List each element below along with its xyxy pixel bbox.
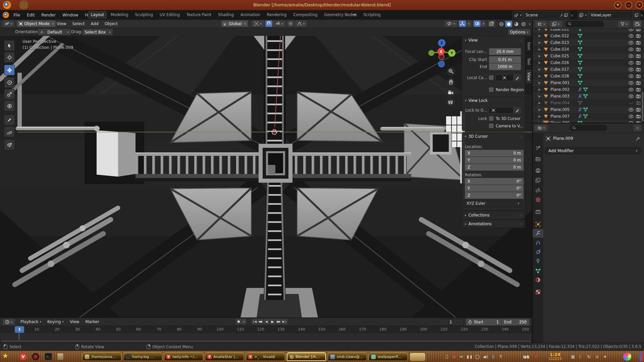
clock[interactable]: 1:24 11/2/23 [543,352,568,361]
prev-keyframe-button[interactable]: ◀◆ [258,319,263,324]
disable-render-icon[interactable] [636,81,641,85]
menu-item[interactable]: Render [38,10,59,20]
hide-viewport-icon[interactable] [629,34,634,38]
outliner-row[interactable]: ▶ Cube.028 [533,73,644,79]
npanel-annotations-section[interactable]: ▸ Annotations:::: [462,220,525,228]
expand-icon[interactable]: ▶ [538,88,543,91]
menu-item[interactable]: Window [59,10,82,20]
keying-dropdown[interactable]: ▾ [242,319,246,324]
tool-annotate[interactable] [4,115,15,125]
menu-item[interactable]: Edit [23,10,38,20]
object-name[interactable]: Cube.028 [550,74,578,78]
grid-tray-icon[interactable]: ▦ [570,351,576,362]
next-keyframe-button[interactable]: ◆▶ [276,319,281,324]
clip-start-field[interactable]: 0.01 m [489,56,521,63]
outliner-row[interactable]: ▶ Plane.007 [533,113,644,120]
shading-material-button[interactable] [513,21,520,27]
disable-render-icon[interactable] [636,41,641,45]
pin-icon[interactable] [636,137,640,141]
disable-render-icon[interactable] [636,87,641,92]
tool-move[interactable] [4,65,15,75]
viewport-menu-item[interactable]: View [54,21,69,26]
scene-selector[interactable]: Scene [523,11,566,19]
app-launcher-star-icon[interactable]: ★ [2,352,9,360]
pause-tray-icon[interactable]: ❚❚ [466,351,473,362]
workspace-tab[interactable]: Sculpting [132,11,156,19]
new-scene-button[interactable] [562,11,570,19]
shading-solid-button[interactable] [505,21,512,27]
shading-dropdown[interactable]: ▾ [527,21,532,27]
properties-editor-type-dropdown[interactable]: ▾ [535,125,547,131]
properties-tab-world[interactable] [533,195,543,204]
scissors-tray-icon[interactable]: ✂ [458,351,465,362]
render-region-checkbox[interactable] [489,87,493,92]
volume-tray-icon[interactable]: ◀)) [482,351,490,362]
close-window-button[interactable]: ✕ [636,1,643,9]
outliner-row[interactable]: ▶ Plane.002 [533,86,644,93]
properties-tab-constraints[interactable] [533,257,543,265]
properties-tab-output[interactable] [533,166,543,175]
properties-tab-render[interactable] [533,155,543,164]
object-name[interactable]: Plane.007 [550,114,578,119]
edge-applet-icon[interactable] [639,352,643,361]
hide-viewport-icon[interactable] [629,81,634,85]
local-camera-object-field[interactable] [495,74,514,81]
cursor-rotation-field[interactable]: X0° [465,178,524,185]
proportional-falloff-dropdown[interactable]: ▾ [295,20,307,27]
hide-viewport-icon[interactable] [629,95,634,98]
keyboard-layout-indicator[interactable]: us [521,351,532,362]
editor-divider-horizontal[interactable] [533,123,644,123]
expand-icon[interactable]: ▶ [538,54,543,58]
timeline-scrollbar[interactable] [1,340,531,342]
npanel-tab[interactable]: Tool [526,54,532,69]
cursor-rotation-field[interactable]: Z0° [465,192,524,199]
object-name[interactable]: Cube.023 [550,40,578,45]
snap-toggle[interactable] [265,20,272,27]
viewlayer-type-icon[interactable]: ▾ [578,11,588,19]
visibility-dropdown[interactable]: ▾ [445,20,458,27]
outliner-row[interactable]: ▶ Cube.024 [533,46,644,53]
properties-tab-object[interactable] [533,220,543,229]
expand-icon[interactable]: ▶ [538,41,543,44]
vivaldi-launcher-icon[interactable]: V [19,353,27,360]
jump-to-end-button[interactable]: ▶❘ [282,319,287,324]
properties-tab-physics[interactable] [533,247,543,256]
properties-tab-modifiers[interactable] [533,229,543,238]
disable-render-icon[interactable] [636,94,641,98]
taskbar-window-button[interactable]: smb://awv@... [328,352,367,361]
play-button[interactable]: ▶ [270,319,275,324]
outliner-row[interactable]: ▶ Cube.022 [533,33,644,39]
tool-add-primitive[interactable] [4,139,15,150]
properties-options-dropdown[interactable]: ▾ [634,125,641,131]
expand-icon[interactable]: ▶ [538,74,543,78]
view-lock-subpanel-header[interactable]: ▾ View Lock [462,96,525,104]
outliner-row[interactable]: ▶ Plane.005 [533,106,644,113]
viewport-menu-item[interactable]: Select [69,21,88,26]
editor-divider-vertical[interactable] [532,20,533,343]
taskbar-window-button[interactable]: wallpaperfl... [369,352,408,361]
object-name[interactable]: Cube.024 [550,47,578,52]
playhead[interactable]: 1 [15,326,24,333]
shading-rendered-button[interactable] [520,21,527,27]
focal-length-field[interactable]: 20.4 mm [489,48,521,55]
unlink-scene-button[interactable]: × [570,13,574,18]
drag-select[interactable]: Select Box ▾ [83,29,113,35]
remove-viewlayer-button[interactable]: × [640,13,643,18]
hide-viewport-icon[interactable] [629,74,634,78]
scene-type-icon[interactable]: ▾ [513,11,523,19]
music-tray-icon[interactable]: ♫ [443,351,450,362]
zoom-button[interactable] [447,67,455,76]
object-name[interactable]: Plane.001 [550,80,578,85]
object-name[interactable]: Plane.005 [550,107,578,112]
workspace-tab[interactable]: UV Editing [157,11,183,19]
auto-keying-toggle[interactable] [236,319,241,324]
gizmo-axis-neg-z[interactable] [438,61,444,67]
current-frame-field[interactable]: 1 [438,319,464,325]
view-panel-header[interactable]: ▾ View:::: [462,36,525,44]
properties-tab-data[interactable] [533,267,543,276]
gem-tray-icon[interactable]: ✦ [602,351,608,362]
viewport-menu-item[interactable]: Object [102,21,121,26]
shade-window-button[interactable]: ▼ [614,1,622,9]
hide-viewport-icon[interactable] [629,115,634,118]
clip-end-field[interactable]: 1000 m [489,63,521,70]
